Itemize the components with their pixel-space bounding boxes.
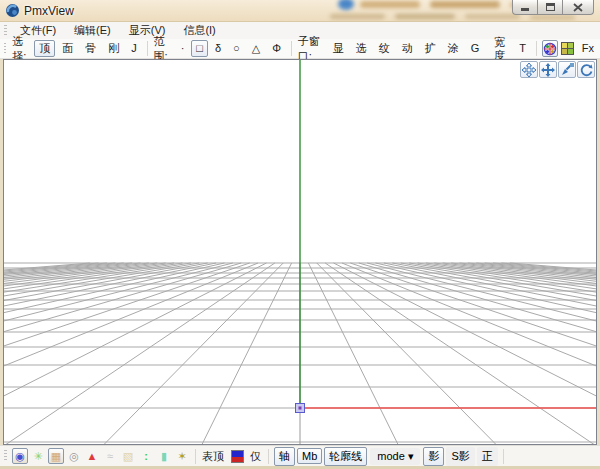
axis-toggle-button[interactable]: 轴 <box>274 447 295 466</box>
faded-square-icon[interactable]: ▧ <box>120 448 136 464</box>
range-delta-button[interactable]: δ <box>210 40 226 57</box>
range-circle-button[interactable]: ○ <box>228 40 245 57</box>
range-box-button[interactable]: □ <box>191 40 208 57</box>
background-blob <box>338 0 354 10</box>
select-joint-button[interactable]: J <box>126 40 142 57</box>
axis-target-button[interactable] <box>542 40 558 57</box>
minimize-icon <box>521 8 529 11</box>
range-dot-button[interactable]: · <box>176 40 190 57</box>
zoom-arrow-icon <box>560 63 574 77</box>
range-phi-button[interactable]: Φ <box>267 40 286 57</box>
separator <box>195 449 196 464</box>
view-nav-group <box>519 61 595 78</box>
close-icon <box>573 3 583 12</box>
vertex-mode-icon[interactable]: ◉ <box>12 448 28 464</box>
window-title: PmxView <box>24 4 74 18</box>
fx-button[interactable]: Fx <box>577 40 599 57</box>
chevron-down-icon: ▾ <box>408 450 414 462</box>
green-dots-icon[interactable]: : <box>138 448 154 464</box>
wave-icon[interactable]: ≈ <box>102 448 118 464</box>
menu-info[interactable]: 信息(I) <box>174 22 224 39</box>
subwindow-display-button[interactable]: 显 <box>328 40 349 57</box>
menu-edit[interactable]: 编辑(E) <box>65 22 120 39</box>
separator <box>147 41 148 56</box>
vertex-color-swatch[interactable] <box>231 450 244 463</box>
quad-view-icon <box>561 42 574 55</box>
subwindow-g-button[interactable]: G <box>466 40 485 57</box>
move-arrows-icon <box>541 63 555 77</box>
shadow-toggle-button[interactable]: 影 <box>423 447 444 466</box>
teal-bar-icon[interactable]: ▮ <box>156 448 172 464</box>
toolbar-grip-icon[interactable] <box>4 43 6 55</box>
subwindow-t-button[interactable]: T <box>514 40 531 57</box>
subwindow-paint-button[interactable]: 涂 <box>443 40 464 57</box>
mode-dropdown[interactable]: mode ▾ <box>370 448 420 465</box>
move-view-button[interactable] <box>539 61 557 78</box>
background-blob <box>530 15 575 20</box>
rotate-view-button[interactable] <box>577 61 595 78</box>
front-vertex-label: 表顶 <box>202 449 224 464</box>
select-face-button[interactable]: 面 <box>57 40 78 57</box>
select-vertex-button[interactable]: 顶 <box>34 40 55 57</box>
separator <box>268 449 269 464</box>
mode-label: mode <box>377 450 405 462</box>
background-blob <box>360 1 420 8</box>
toolbar-grip-icon[interactable] <box>4 450 7 462</box>
axis-target-icon <box>543 42 557 56</box>
app-icon <box>5 3 20 22</box>
subwindow-motion-button[interactable]: 动 <box>397 40 418 57</box>
subwindow-texture-button[interactable]: 纹 <box>374 40 395 57</box>
pan-arrows-icon <box>522 63 536 77</box>
pan-view-button[interactable] <box>520 61 538 78</box>
olive-star-icon[interactable]: ✶ <box>174 448 190 464</box>
viewport-canvas[interactable] <box>3 59 597 445</box>
main-toolbar: 选择: 顶 面 骨 刚 J 范围: · □ δ ○ △ Φ 子窗口: 显 选 纹… <box>0 39 600 59</box>
front-face-toggle-button[interactable]: 正 <box>477 447 498 466</box>
outline-toggle-button[interactable]: 轮廓线 <box>324 447 367 466</box>
pmxview-window: PmxView 文件(F) 编辑(E) 显示(V) 信息(I) 选择: 顶 面 … <box>0 0 600 469</box>
select-rigid-button[interactable]: 刚 <box>103 40 124 57</box>
close-button[interactable] <box>562 0 594 15</box>
separator <box>291 41 292 56</box>
background-blob <box>330 14 385 19</box>
perspective-grid <box>4 60 596 444</box>
only-label: 仅 <box>250 449 261 464</box>
texture-grid-icon[interactable]: ▦ <box>48 448 64 464</box>
bottom-toolbar: ◉ ✳ ▦ ◎ ▲ ≈ ▧ : ▮ ✶ 表顶 仅 轴 Mb 轮廓线 mode ▾… <box>0 445 600 466</box>
range-triangle-button[interactable]: △ <box>247 40 265 57</box>
self-shadow-toggle-button[interactable]: S影 <box>446 447 474 466</box>
window-controls <box>512 0 594 15</box>
background-blob <box>430 1 500 8</box>
separator <box>503 449 504 464</box>
toolbar-grip-icon[interactable] <box>4 25 7 37</box>
titlebar[interactable]: PmxView <box>0 0 600 22</box>
quad-view-button[interactable] <box>560 40 575 57</box>
subwindow-select-button[interactable]: 选 <box>351 40 372 57</box>
small-circle-icon[interactable]: ◎ <box>66 448 82 464</box>
rotate-arrow-icon <box>579 63 593 77</box>
separator <box>536 41 537 56</box>
subwindow-extend-button[interactable]: 扩 <box>420 40 441 57</box>
red-triangle-icon[interactable]: ▲ <box>84 448 100 464</box>
green-star-icon[interactable]: ✳ <box>30 448 46 464</box>
mb-toggle-button[interactable]: Mb <box>297 448 322 464</box>
select-bone-button[interactable]: 骨 <box>80 40 101 57</box>
zoom-view-button[interactable] <box>558 61 576 78</box>
maximize-button[interactable] <box>537 0 562 15</box>
maximize-icon <box>546 3 555 11</box>
minimize-button[interactable] <box>512 0 537 15</box>
background-blob <box>395 14 455 19</box>
